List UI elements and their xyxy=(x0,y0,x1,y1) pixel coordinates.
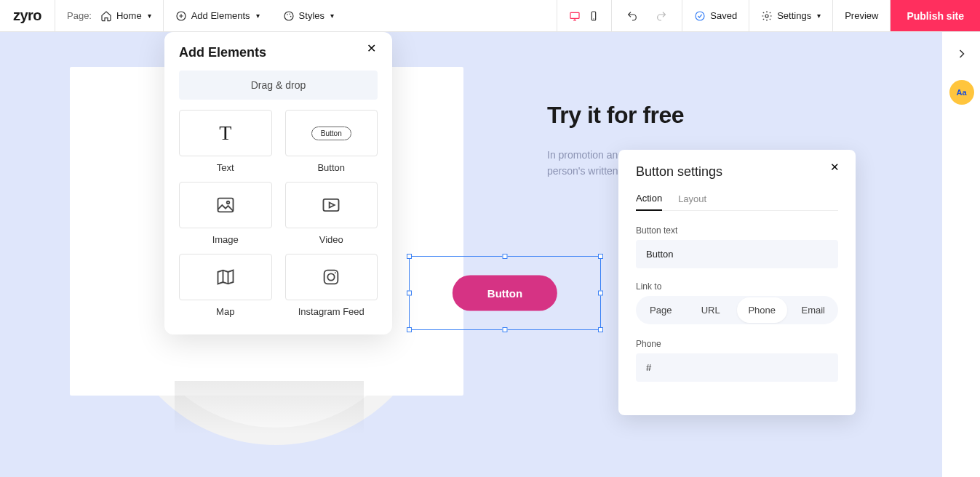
resize-handle-mr[interactable] xyxy=(598,291,603,296)
svg-point-14 xyxy=(335,272,336,273)
link-to-selector: Page URL Phone Email xyxy=(636,296,838,324)
undo-icon[interactable] xyxy=(626,10,638,22)
chevron-right-icon[interactable] xyxy=(955,47,969,61)
page-selector-label: Page: xyxy=(67,10,92,21)
image-element-icon xyxy=(215,195,236,215)
close-add-elements-button[interactable]: ✕ xyxy=(362,42,381,55)
publish-button[interactable]: Publish site xyxy=(891,0,980,31)
device-switcher xyxy=(557,0,612,31)
element-tile-label: Instagram Feed xyxy=(285,306,378,317)
check-circle-icon xyxy=(694,10,706,22)
preview-button[interactable]: Preview xyxy=(832,0,891,31)
hero-title: Try it for free xyxy=(547,102,684,129)
add-elements-panel: Add Elements ✕ Drag & drop T Text Button… xyxy=(164,32,392,334)
svg-rect-11 xyxy=(324,199,339,211)
button-element-icon: Button xyxy=(311,127,351,140)
element-tile-label: Text xyxy=(179,162,272,173)
resize-handle-br[interactable] xyxy=(598,327,603,332)
editor-canvas[interactable]: Try it for free In promotion and of adve… xyxy=(0,32,942,477)
svg-rect-9 xyxy=(218,199,233,212)
chevron-down-icon: ▾ xyxy=(817,12,821,20)
close-button-settings-button[interactable]: ✕ xyxy=(826,160,844,175)
svg-point-4 xyxy=(290,15,291,17)
chevron-down-icon: ▾ xyxy=(330,12,334,20)
drag-drop-label: Drag & drop xyxy=(179,71,378,100)
link-option-url[interactable]: URL xyxy=(686,296,736,324)
button-settings-tabs: Action Layout xyxy=(636,193,838,211)
save-status: Saved xyxy=(682,0,749,31)
settings-button[interactable]: Settings ▾ xyxy=(749,0,832,31)
desktop-icon[interactable] xyxy=(569,10,581,22)
preview-label: Preview xyxy=(845,10,878,21)
resize-handle-bl[interactable] xyxy=(407,327,412,332)
settings-label: Settings xyxy=(777,10,811,21)
element-tile-image[interactable]: Image xyxy=(179,182,272,245)
styles-label: Styles xyxy=(299,10,324,21)
button-text-input[interactable] xyxy=(636,240,838,268)
video-element-icon xyxy=(321,195,341,215)
page-selector-name: Home xyxy=(116,10,142,21)
map-element-icon xyxy=(215,267,236,287)
phone-input[interactable] xyxy=(636,353,838,382)
page-selector[interactable]: Page: Home ▾ xyxy=(55,0,163,31)
brand-logo-text: zyro xyxy=(13,7,41,24)
history-controls xyxy=(612,0,682,31)
close-icon: ✕ xyxy=(830,161,840,173)
add-elements-button[interactable]: Add Elements ▾ xyxy=(164,0,271,31)
svg-point-8 xyxy=(765,15,768,17)
resize-handle-tc[interactable] xyxy=(503,254,508,259)
typography-tool-button[interactable]: Aa xyxy=(949,80,974,105)
selection-frame[interactable]: Button xyxy=(409,256,601,330)
svg-point-3 xyxy=(289,13,290,15)
link-option-phone[interactable]: Phone xyxy=(737,297,787,323)
aa-icon: Aa xyxy=(956,88,966,97)
svg-point-2 xyxy=(287,14,288,15)
element-tile-video[interactable]: Video xyxy=(285,182,378,245)
palette-icon xyxy=(283,10,295,22)
styles-button[interactable]: Styles ▾ xyxy=(271,0,346,31)
add-elements-panel-title: Add Elements xyxy=(179,45,378,60)
button-settings-panel: Button settings ✕ Action Layout Button t… xyxy=(618,150,856,415)
svg-rect-12 xyxy=(324,270,338,284)
button-settings-title: Button settings xyxy=(636,164,838,180)
hero-card-shadow xyxy=(175,381,364,435)
link-option-page[interactable]: Page xyxy=(636,296,686,324)
top-toolbar: zyro Page: Home ▾ Add Elements ▾ Styles … xyxy=(0,0,980,32)
button-text-label: Button text xyxy=(636,225,838,236)
element-tile-label: Map xyxy=(179,306,272,317)
svg-point-7 xyxy=(696,12,704,20)
plus-circle-icon xyxy=(175,10,187,22)
instagram-element-icon xyxy=(321,267,341,287)
tab-action[interactable]: Action xyxy=(636,193,662,211)
element-tile-label: Image xyxy=(179,234,272,245)
element-tile-map[interactable]: Map xyxy=(179,254,272,317)
element-tile-label: Video xyxy=(285,234,378,245)
home-icon xyxy=(100,10,112,22)
resize-handle-bc[interactable] xyxy=(503,327,508,332)
add-elements-label: Add Elements xyxy=(191,10,250,21)
resize-handle-tl[interactable] xyxy=(407,254,412,259)
link-to-label: Link to xyxy=(636,281,838,292)
element-tile-instagram[interactable]: Instagram Feed xyxy=(285,254,378,317)
chevron-down-icon: ▾ xyxy=(256,12,260,20)
tab-layout[interactable]: Layout xyxy=(678,193,706,210)
redo-icon[interactable] xyxy=(656,10,667,22)
svg-rect-5 xyxy=(570,12,579,18)
editor-canvas-wrap: Try it for free In promotion and of adve… xyxy=(0,32,980,477)
text-element-icon: T xyxy=(219,121,231,145)
resize-handle-ml[interactable] xyxy=(407,291,412,296)
brand-logo: zyro xyxy=(0,0,55,31)
save-status-label: Saved xyxy=(710,10,737,21)
canvas-button-element[interactable]: Button xyxy=(453,276,557,311)
element-tile-text[interactable]: T Text xyxy=(179,110,272,173)
element-tile-label: Button xyxy=(285,162,378,173)
svg-point-1 xyxy=(284,12,293,20)
svg-point-10 xyxy=(227,201,230,204)
mobile-icon[interactable] xyxy=(588,10,599,22)
gear-icon xyxy=(761,10,773,22)
chevron-down-icon: ▾ xyxy=(148,12,151,20)
element-tile-button[interactable]: Button Button xyxy=(285,110,378,173)
link-option-email[interactable]: Email xyxy=(789,296,839,324)
phone-field-label: Phone xyxy=(636,339,838,349)
resize-handle-tr[interactable] xyxy=(598,254,603,259)
